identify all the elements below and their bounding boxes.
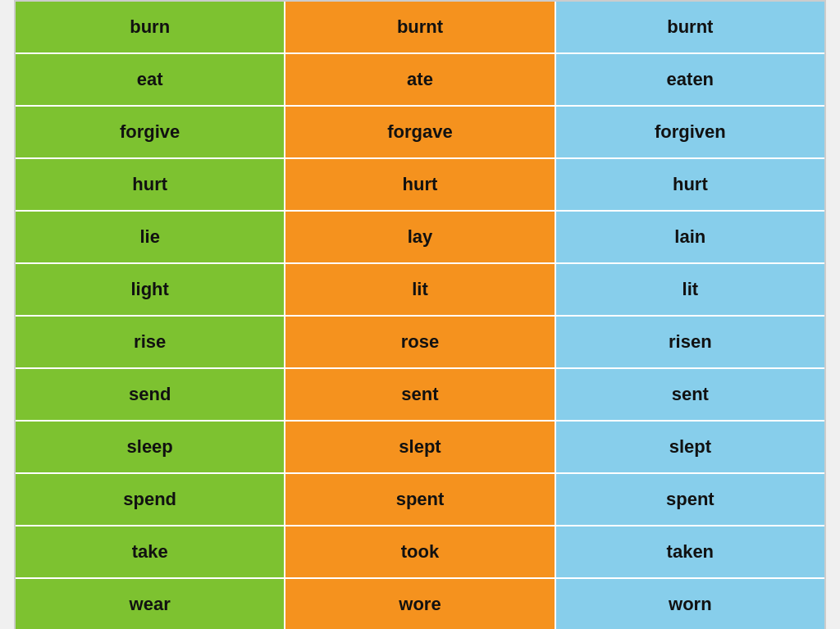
past-participle-cell: lit (556, 264, 824, 315)
past-participle-cell: hurt (556, 159, 824, 210)
base-form-cell: forgive (16, 107, 285, 157)
base-form-cell: lie (16, 212, 285, 262)
past-tense-cell: ate (285, 54, 555, 105)
past-tense-cell: wore (285, 579, 555, 629)
base-form-cell: rise (16, 317, 285, 367)
past-tense-cell: slept (285, 422, 555, 472)
base-form-cell: eat (16, 54, 285, 105)
past-participle-cell: worn (556, 579, 824, 629)
table-row: lightlitlit (16, 264, 824, 317)
table-row: riseroserisen (16, 317, 824, 369)
base-form-cell: burn (16, 2, 285, 52)
past-tense-cell: burnt (285, 2, 555, 52)
past-participle-cell: taken (556, 526, 824, 577)
base-form-cell: wear (16, 579, 285, 629)
table-row: spendspentspent (16, 474, 824, 526)
base-form-cell: hurt (16, 159, 285, 210)
past-tense-cell: forgave (285, 107, 555, 157)
table-row: lielaylain (16, 212, 824, 264)
table-row: forgiveforgaveforgiven (16, 107, 824, 159)
base-form-cell: sleep (16, 422, 285, 472)
base-form-cell: send (16, 369, 285, 420)
past-participle-cell: slept (556, 422, 824, 472)
past-participle-cell: risen (556, 317, 824, 367)
table-row: eatateeaten (16, 54, 824, 107)
table-row: sleepsleptslept (16, 422, 824, 474)
past-tense-cell: lay (285, 212, 555, 262)
past-participle-cell: sent (556, 369, 824, 420)
past-participle-cell: eaten (556, 54, 824, 105)
past-tense-cell: spent (285, 474, 555, 525)
irregular-verbs-table: burnburntburnteatateeatenforgiveforgavef… (14, 0, 826, 629)
past-participle-cell: burnt (556, 2, 824, 52)
table-row: wearworeworn (16, 579, 824, 629)
table-row: sendsentsent (16, 369, 824, 422)
table-row: hurthurthurt (16, 159, 824, 212)
past-tense-cell: rose (285, 317, 555, 367)
past-participle-cell: spent (556, 474, 824, 525)
past-tense-cell: sent (285, 369, 555, 420)
past-participle-cell: forgiven (556, 107, 824, 157)
base-form-cell: take (16, 526, 285, 577)
base-form-cell: light (16, 264, 285, 315)
past-tense-cell: hurt (285, 159, 555, 210)
table-row: burnburntburnt (16, 2, 824, 54)
base-form-cell: spend (16, 474, 285, 525)
table-row: taketooktaken (16, 526, 824, 579)
past-tense-cell: took (285, 526, 555, 577)
past-participle-cell: lain (556, 212, 824, 262)
past-tense-cell: lit (285, 264, 555, 315)
